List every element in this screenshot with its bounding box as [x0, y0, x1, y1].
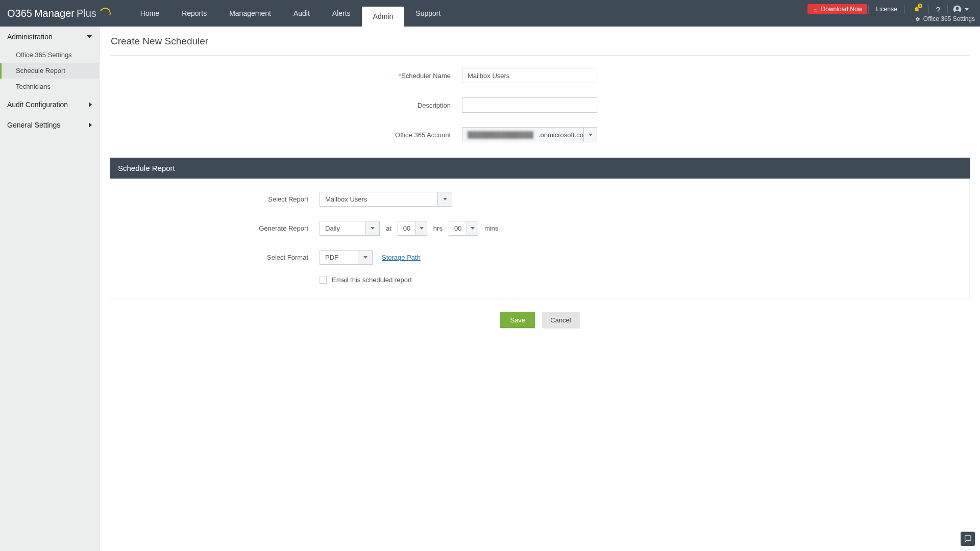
page-title: Create New Scheduler	[110, 34, 970, 56]
user-menu[interactable]	[949, 3, 973, 15]
select-format-label: Select Format	[110, 254, 320, 261]
logo-part3: Plus	[77, 8, 96, 19]
chevron-down-icon	[87, 35, 92, 38]
format-dropdown[interactable]: PDF	[320, 250, 373, 265]
schedule-report-section-header: Schedule Report	[110, 158, 970, 179]
sidebar-section-label: Audit Configuration	[7, 101, 68, 109]
nav-admin[interactable]: Admin	[362, 7, 405, 27]
svg-point-1	[956, 7, 959, 10]
cancel-button[interactable]: Cancel	[542, 312, 579, 328]
logo-part2: Manager	[34, 8, 75, 19]
chat-icon	[964, 535, 972, 543]
separator	[904, 5, 905, 14]
email-report-checkbox[interactable]	[320, 277, 327, 284]
separator	[868, 5, 869, 14]
sidebar-section-general-settings[interactable]: General Settings	[0, 115, 99, 135]
select-report-dropdown[interactable]: Mailbox Users	[320, 192, 452, 207]
download-button[interactable]: Download Now	[807, 4, 868, 14]
settings-shortcut-label: Office 365 Settings	[923, 15, 975, 22]
description-input[interactable]	[462, 97, 597, 113]
gear-icon	[915, 16, 920, 22]
storage-path-link[interactable]: Storage Path	[382, 254, 421, 261]
chevron-down-icon	[583, 128, 597, 142]
user-icon	[953, 5, 962, 14]
sidebar-item-technicians[interactable]: Technicians	[0, 79, 99, 94]
account-value-suffix: .onmicrosoft.co	[538, 131, 583, 139]
select-report-value: Mailbox Users	[320, 195, 437, 203]
nav-support[interactable]: Support	[404, 0, 452, 27]
sidebar: Administration Office 365 Settings Sched…	[0, 27, 100, 551]
chevron-down-icon	[358, 251, 372, 264]
sidebar-section-label: General Settings	[7, 121, 60, 129]
scheduler-name-label: *Scheduler Name	[110, 72, 462, 80]
chevron-down-icon	[365, 221, 379, 235]
email-report-label: Email this scheduled report	[332, 276, 412, 284]
caret-down-icon	[965, 8, 969, 11]
generate-report-label: Generate Report	[110, 224, 320, 232]
help-button[interactable]: ?	[930, 3, 946, 15]
topbar-right: Download Now License 0 ?	[807, 2, 977, 16]
minutes-dropdown[interactable]: 00	[449, 221, 478, 236]
nav-management[interactable]: Management	[218, 0, 282, 27]
account-label: Office 365 Account	[110, 131, 462, 139]
label-hrs: hrs	[433, 224, 443, 232]
sidebar-item-schedule-report[interactable]: Schedule Report	[0, 63, 99, 79]
chevron-down-icon	[437, 192, 452, 206]
sidebar-section-label: Administration	[7, 33, 53, 41]
product-logo: O365 Manager Plus	[0, 0, 119, 27]
hours-dropdown[interactable]: 00	[398, 221, 427, 236]
logo-swoosh-icon	[98, 6, 112, 20]
account-value-mask: ██████████████	[468, 131, 537, 139]
logo-part1: O365	[7, 8, 32, 19]
separator	[947, 5, 948, 14]
separator	[928, 5, 929, 14]
sidebar-section-administration[interactable]: Administration	[0, 27, 99, 47]
chevron-down-icon	[467, 221, 478, 235]
chevron-right-icon	[89, 102, 92, 107]
top-bar: O365 Manager Plus Home Reports Managemen…	[0, 0, 980, 27]
nav-audit[interactable]: Audit	[282, 0, 321, 27]
top-nav: Home Reports Management Audit Alerts Adm…	[129, 0, 452, 27]
nav-home[interactable]: Home	[129, 0, 170, 27]
chat-button[interactable]	[961, 532, 975, 546]
label-at: at	[386, 224, 391, 232]
chevron-right-icon	[89, 122, 92, 128]
chevron-down-icon	[415, 221, 427, 235]
main-content: Create New Scheduler *Scheduler Name Des…	[100, 27, 980, 551]
sidebar-item-o365-settings[interactable]: Office 365 Settings	[0, 47, 99, 63]
notifications-button[interactable]: 0	[906, 3, 927, 15]
frequency-dropdown[interactable]: Daily	[320, 221, 380, 236]
minutes-value: 00	[449, 224, 467, 232]
notification-count: 0	[918, 4, 922, 8]
scheduler-name-input[interactable]	[462, 68, 597, 83]
save-button[interactable]: Save	[500, 312, 535, 328]
sidebar-section-audit-config[interactable]: Audit Configuration	[0, 94, 99, 115]
label-mins: mins	[484, 224, 498, 232]
select-report-label: Select Report	[110, 195, 320, 203]
download-label: Download Now	[821, 6, 863, 13]
description-label: Description	[110, 102, 462, 109]
format-value: PDF	[320, 254, 358, 261]
nav-alerts[interactable]: Alerts	[321, 0, 362, 27]
frequency-value: Daily	[320, 224, 365, 232]
hours-value: 00	[398, 224, 415, 232]
account-select[interactable]: ██████████████ .onmicrosoft.co	[462, 127, 597, 142]
license-link[interactable]: License	[870, 3, 903, 15]
settings-shortcut[interactable]: Office 365 Settings	[915, 15, 975, 22]
download-icon	[813, 7, 818, 12]
nav-reports[interactable]: Reports	[170, 0, 218, 27]
